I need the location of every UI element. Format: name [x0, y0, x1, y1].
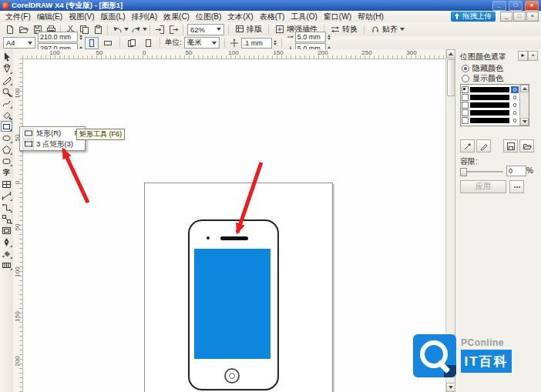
color-selector-button[interactable]: [460, 139, 475, 152]
polygon-tool[interactable]: [1, 144, 12, 155]
dimension-tool[interactable]: [1, 190, 12, 201]
minimize-button[interactable]: _: [492, 1, 506, 11]
menu-layout[interactable]: 版面(L): [97, 11, 128, 23]
menu-edit[interactable]: 编辑(E): [34, 11, 66, 23]
smart-fill-tool[interactable]: [1, 109, 12, 120]
pick-tool[interactable]: [1, 52, 12, 62]
all-pages-button[interactable]: [125, 37, 139, 49]
ellipse-tool[interactable]: [1, 132, 12, 143]
outline-pen-tool[interactable]: [1, 236, 12, 247]
crop-tool[interactable]: [1, 75, 12, 85]
color-swatch-black[interactable]: [470, 110, 509, 116]
upload-badge[interactable]: 拖拽上传: [451, 12, 496, 22]
typeset-button[interactable]: 排版: [231, 24, 266, 35]
color-mask-row[interactable]: 0: [461, 109, 519, 116]
save-mask-button[interactable]: [503, 139, 518, 152]
zoom-tool[interactable]: [1, 86, 12, 97]
color-swatch-black[interactable]: [470, 95, 509, 100]
color-checkbox[interactable]: [462, 102, 469, 109]
docker-options-button[interactable]: [509, 180, 524, 193]
text-tool[interactable]: 字: [1, 167, 12, 178]
page-width-spinner[interactable]: [79, 35, 82, 40]
zoom-level-select[interactable]: 62%: [187, 24, 224, 35]
freehand-tool[interactable]: [1, 98, 12, 109]
list-scrollbar[interactable]: [519, 85, 529, 126]
horizontal-ruler[interactable]: 100 50 0 50 100 150 200 250 300: [22, 49, 445, 59]
duplicate-h-spinner[interactable]: [328, 35, 331, 40]
rectangle-tool[interactable]: [1, 121, 12, 132]
menu-window[interactable]: 窗口(W): [321, 11, 355, 23]
redo-dropdown-caret[interactable]: [143, 28, 147, 31]
phone-speaker-shape[interactable]: [220, 236, 248, 240]
doc-close-button[interactable]: ×: [526, 12, 539, 22]
menu-arrange[interactable]: 排列(A): [129, 11, 160, 23]
hide-colors-radio[interactable]: 隐藏颜色: [462, 63, 503, 74]
color-swatch-black[interactable]: [470, 118, 509, 123]
color-mask-row[interactable]: 0: [461, 116, 519, 124]
menu-tools[interactable]: 工具(O): [287, 11, 320, 23]
color-checkbox[interactable]: [462, 94, 469, 101]
page-width-field[interactable]: 210.0 mm: [38, 32, 78, 42]
menu-file[interactable]: 文件(F): [2, 11, 34, 23]
phone-screen-shape[interactable]: [194, 249, 270, 359]
phone-body-shape[interactable]: [188, 219, 279, 390]
convert-button[interactable]: 转换: [327, 24, 361, 35]
docker-close-button[interactable]: ×: [528, 51, 538, 61]
tolerance-field[interactable]: 0: [506, 166, 526, 176]
fill-tool[interactable]: [1, 248, 12, 259]
close-button[interactable]: ×: [525, 1, 539, 11]
redo-button[interactable]: [129, 23, 143, 35]
connector-tool[interactable]: [1, 202, 12, 213]
menu-text[interactable]: 文本(X): [224, 11, 256, 23]
menu-table[interactable]: 表格(T): [257, 11, 288, 23]
flyout-rectangle-item[interactable]: 矩形(R) F6: [21, 128, 84, 139]
color-checkbox[interactable]: [462, 117, 469, 124]
color-mask-list[interactable]: 0 0 0 0: [460, 84, 529, 126]
nudge-field[interactable]: .1 mm: [241, 38, 272, 49]
color-checkbox[interactable]: [462, 109, 469, 116]
show-colors-radio[interactable]: 显示颜色: [462, 73, 503, 84]
list-scroll-up-button[interactable]: [520, 85, 529, 92]
color-checkbox-checked[interactable]: [462, 86, 469, 93]
open-mask-button[interactable]: [519, 139, 534, 152]
paste-button[interactable]: [91, 23, 105, 35]
doc-restore-button[interactable]: □: [513, 12, 526, 22]
maximize-button[interactable]: □: [509, 1, 523, 11]
shape-tool[interactable]: [1, 63, 12, 74]
slider-thumb[interactable]: [460, 168, 467, 176]
doc-minimize-button[interactable]: _: [500, 12, 512, 22]
color-mask-row[interactable]: 0: [461, 101, 519, 109]
color-swatch-black[interactable]: [470, 87, 509, 92]
blend-tool[interactable]: [1, 213, 12, 224]
list-scroll-down-button[interactable]: [520, 118, 529, 126]
duplicate-h-field[interactable]: 5.0 mm: [295, 32, 326, 42]
portrait-button[interactable]: [85, 37, 99, 49]
menu-effects[interactable]: 效果(C): [160, 11, 193, 23]
paper-size-select[interactable]: A4: [3, 37, 35, 49]
color-mask-row[interactable]: 0: [461, 85, 519, 93]
open-button[interactable]: [16, 23, 30, 35]
docker-flyout-button[interactable]: ▸: [518, 51, 528, 61]
color-mask-row[interactable]: 0: [461, 93, 519, 101]
snap-button[interactable]: 贴齐: [367, 24, 408, 35]
flyout-3point-rectangle-item[interactable]: 3 点矩形(3): [21, 139, 84, 149]
export-button[interactable]: [166, 23, 180, 35]
apply-button[interactable]: 应用: [460, 180, 506, 193]
table-tool[interactable]: [1, 179, 12, 189]
phone-home-button-shape[interactable]: [224, 368, 240, 384]
vertical-ruler[interactable]: 100 50 0 50 100 150 200: [13, 59, 23, 392]
units-select[interactable]: 毫米: [184, 37, 220, 49]
menu-bitmaps[interactable]: 位图(B): [193, 11, 224, 23]
current-page-button[interactable]: [141, 37, 155, 49]
import-button[interactable]: [153, 23, 166, 35]
new-document-button[interactable]: [2, 23, 16, 35]
color-swatch-black[interactable]: [470, 102, 509, 108]
phone-camera-shape[interactable]: [207, 236, 210, 240]
undo-button[interactable]: [110, 23, 124, 35]
contour-tool[interactable]: [1, 225, 12, 236]
edit-color-button[interactable]: [476, 139, 491, 152]
basic-shapes-tool[interactable]: [1, 156, 12, 166]
landscape-button[interactable]: [101, 37, 115, 49]
interactive-fill-tool[interactable]: [1, 260, 12, 270]
menu-help[interactable]: 帮助(H): [355, 11, 387, 23]
